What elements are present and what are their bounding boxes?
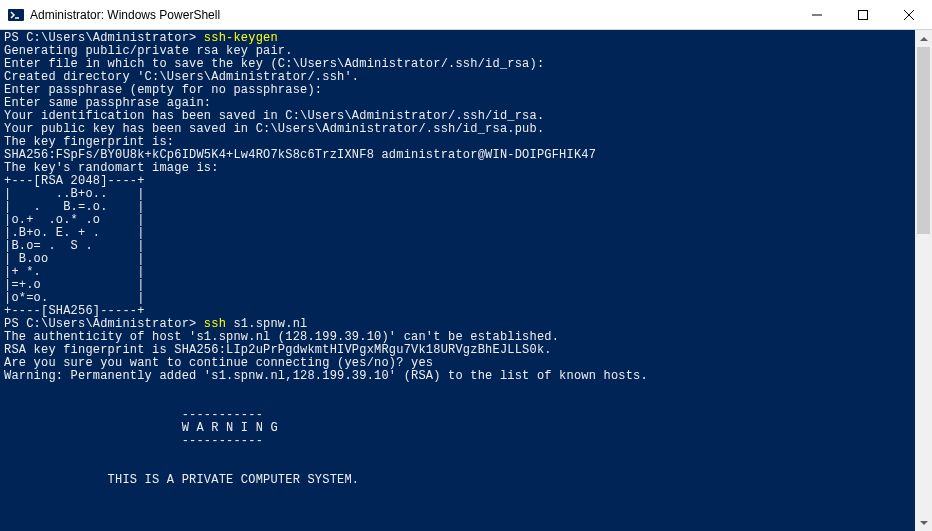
terminal-line: THIS IS A PRIVATE COMPUTER SYSTEM. (4, 474, 911, 487)
terminal-line: Warning: Permanently added 's1.spnw.nl,1… (4, 370, 911, 383)
terminal-line: ----------- (4, 435, 911, 448)
svg-rect-3 (859, 10, 868, 19)
scroll-up-arrow[interactable] (915, 30, 932, 47)
window-titlebar: Administrator: Windows PowerShell (0, 0, 932, 30)
prompt-text: PS C:\Users\Administrator> (4, 317, 204, 331)
prompt-text: PS C:\Users\Administrator> (4, 31, 204, 45)
command-arg: s1.spnw.nl (226, 317, 307, 331)
window-title: Administrator: Windows PowerShell (30, 8, 794, 22)
minimize-button[interactable] (794, 0, 840, 29)
scrollbar-thumb[interactable] (917, 47, 930, 234)
command-text: ssh-keygen (204, 31, 278, 45)
scrollbar-track[interactable] (915, 47, 932, 514)
command-text: ssh (204, 317, 226, 331)
close-button[interactable] (886, 0, 932, 29)
maximize-button[interactable] (840, 0, 886, 29)
terminal-output[interactable]: PS C:\Users\Administrator> ssh-keygenGen… (0, 30, 915, 531)
terminal-line (4, 448, 911, 461)
vertical-scrollbar[interactable] (915, 30, 932, 531)
powershell-icon (8, 7, 24, 23)
window-controls (794, 0, 932, 29)
scroll-down-arrow[interactable] (915, 514, 932, 531)
terminal-container: PS C:\Users\Administrator> ssh-keygenGen… (0, 30, 932, 531)
svg-rect-0 (8, 9, 24, 21)
terminal-line (4, 383, 911, 396)
